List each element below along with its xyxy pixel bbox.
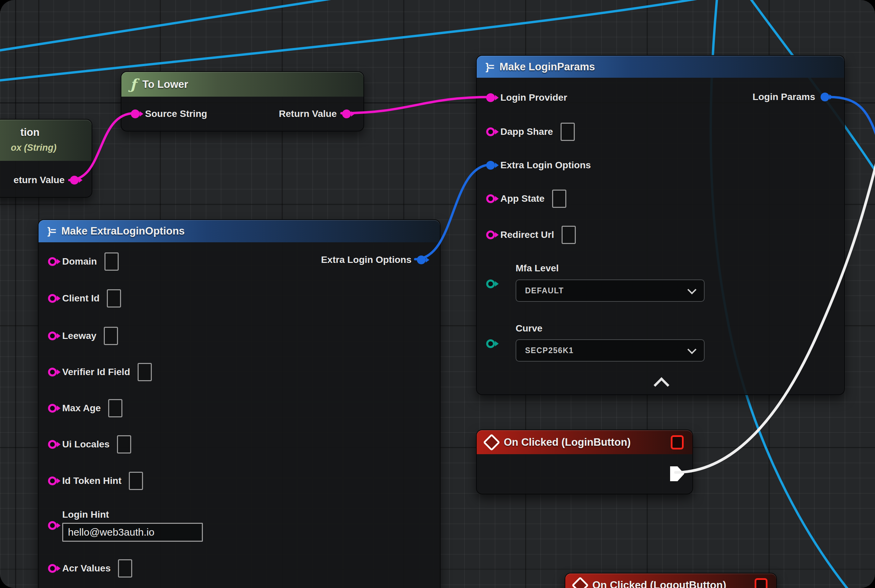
wire-blue-top-steep[interactable] (0, 0, 367, 51)
node-make-extra-login-options-title: Make ExtraLoginOptions (61, 225, 185, 237)
pin-label-login-params-out: Login Params (753, 92, 815, 102)
pin-redirect-url[interactable] (486, 231, 495, 239)
pin-label-max-age: Max Age (62, 403, 101, 414)
pin-dapp-share[interactable] (486, 128, 495, 136)
pin-login-hint[interactable] (48, 521, 57, 530)
exec-output-pin[interactable] (670, 466, 684, 481)
pin-label-login-provider: Login Provider (501, 92, 567, 103)
pin-label-app-state: App State (501, 193, 545, 204)
node-make-extra-login-options[interactable]: }= Make ExtraLoginOptions Domain Extra L… (38, 219, 441, 588)
dapp-share-value-box[interactable] (561, 123, 575, 141)
node-partial-left[interactable]: tion ox (String) eturn Value (0, 119, 92, 198)
domain-value-box[interactable] (104, 252, 119, 271)
pin-extra-login-options-out[interactable] (417, 255, 425, 264)
delegate-output-pin[interactable] (755, 578, 767, 588)
redirect-url-value-box[interactable] (562, 226, 576, 244)
pin-verifier-id-field[interactable] (48, 368, 57, 376)
leeway-value-box[interactable] (104, 327, 118, 345)
pin-label-source-string: Source String (145, 108, 207, 119)
pin-ui-locales[interactable] (48, 440, 57, 449)
node-make-login-params[interactable]: }= Make LoginParams Login Provider Login… (476, 55, 845, 395)
verifier-id-field-value-box[interactable] (138, 363, 152, 381)
chevron-down-icon (687, 345, 696, 354)
pure-function-icon: ƒ (130, 77, 136, 92)
chevron-down-icon (687, 285, 696, 294)
curve-dropdown[interactable]: SECP256K1 (516, 339, 705, 362)
event-icon (483, 434, 501, 451)
acr-values-value-box[interactable] (118, 559, 132, 578)
node-on-clicked-login-title: On Clicked (LoginButton) (504, 436, 631, 448)
collapse-node-chevron-up[interactable] (654, 377, 669, 393)
ui-locales-value-box[interactable] (117, 435, 131, 453)
pin-acr-values[interactable] (48, 564, 57, 573)
make-struct-icon: }= (47, 225, 55, 237)
pin-return-value[interactable] (342, 110, 351, 118)
mfa-level-value: DEFAULT (525, 286, 564, 296)
mfa-level-dropdown[interactable]: DEFAULT (516, 279, 705, 302)
pin-label-extra-login-options-in: Extra Login Options (501, 160, 591, 171)
app-state-value-box[interactable] (552, 190, 566, 208)
curve-label: Curve (516, 323, 542, 334)
mfa-level-label: Mfa Level (516, 263, 559, 274)
pin-label-redirect-url: Redirect Url (501, 230, 554, 240)
pin-label-ui-locales: Ui Locales (62, 439, 110, 450)
pin-label-acr-values: Acr Values (62, 563, 111, 574)
pin-max-age[interactable] (48, 404, 57, 412)
delegate-output-pin[interactable] (671, 435, 684, 450)
pin-app-state[interactable] (486, 194, 495, 203)
pin-label-dapp-share: Dapp Share (501, 126, 553, 137)
pin-curve[interactable] (486, 339, 495, 348)
node-partial-subtitle: ox (String) (11, 142, 56, 153)
pin-domain[interactable] (48, 257, 57, 266)
pin-leeway[interactable] (48, 332, 57, 340)
pin-id-token-hint[interactable] (48, 477, 57, 485)
login-hint-input[interactable] (62, 523, 203, 542)
curve-value: SECP256K1 (525, 346, 574, 355)
pin-label-leeway: Leeway (62, 330, 96, 341)
pin-source-string[interactable] (131, 110, 140, 118)
max-age-value-box[interactable] (108, 399, 122, 417)
pin-extra-login-options-in[interactable] (486, 161, 495, 170)
blueprint-graph-canvas[interactable]: tion ox (String) eturn Value ƒ To Lower … (0, 0, 875, 588)
node-on-clicked-login-button[interactable]: On Clicked (LoginButton) (476, 429, 693, 494)
pin-return-value-partial[interactable] (70, 176, 79, 184)
pin-client-id[interactable] (48, 294, 57, 303)
pin-label-login-hint: Login Hint (62, 509, 203, 520)
make-struct-icon: }= (486, 61, 493, 73)
pin-login-params-out[interactable] (821, 93, 829, 101)
pin-label-id-token-hint: Id Token Hint (62, 476, 121, 486)
client-id-value-box[interactable] (107, 289, 121, 308)
node-partial-title: tion (20, 126, 39, 138)
pin-label-extra-login-options-out: Extra Login Options (321, 255, 412, 265)
node-on-clicked-logout-button[interactable]: On Clicked (LogoutButton) (565, 573, 777, 588)
pin-label-return-value: Return Value (279, 108, 337, 119)
node-to-lower-title: To Lower (142, 78, 188, 91)
pin-label-domain: Domain (62, 256, 97, 267)
node-on-clicked-logout-title: On Clicked (LogoutButton) (592, 579, 726, 588)
pin-mfa-level[interactable] (486, 279, 495, 288)
node-make-login-params-title: Make LoginParams (499, 61, 595, 73)
event-icon (572, 577, 589, 588)
pin-label-verifier-id-field: Verifier Id Field (62, 367, 130, 378)
id-token-hint-value-box[interactable] (129, 472, 143, 490)
pin-label-return-value-partial: eturn Value (14, 175, 65, 186)
pin-label-client-id: Client Id (62, 293, 99, 304)
node-to-lower[interactable]: ƒ To Lower Source String Return Value (121, 71, 364, 132)
pin-login-provider[interactable] (486, 93, 495, 102)
